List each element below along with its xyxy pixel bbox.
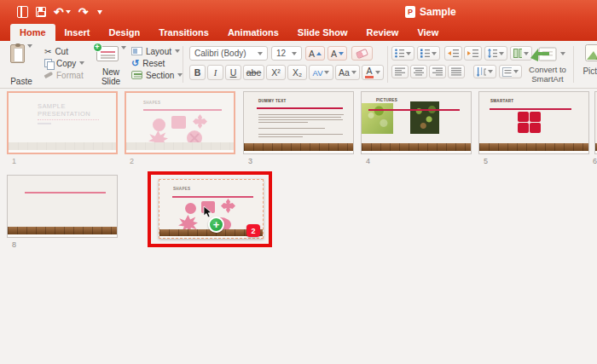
copy-icon xyxy=(44,59,53,68)
tab-home[interactable]: Home xyxy=(10,24,55,41)
smartart-icon xyxy=(530,44,558,63)
paste-dropdown-icon[interactable] xyxy=(27,44,32,48)
smartart-dropdown-icon[interactable] xyxy=(560,52,565,55)
eraser-icon xyxy=(356,48,368,58)
slide-thumbnail-1[interactable]: SAMPLE PRESENTATION xyxy=(7,91,118,154)
green-picture xyxy=(362,103,393,134)
decrease-indent-button[interactable] xyxy=(444,46,462,61)
tab-design[interactable]: Design xyxy=(100,24,150,41)
scissors-icon: ✂ xyxy=(44,47,51,56)
align-text-button[interactable] xyxy=(499,65,522,78)
document-title-text: Sample xyxy=(420,6,456,18)
bold-button[interactable]: B xyxy=(189,65,206,80)
slide-number-3: 3 xyxy=(248,157,252,165)
decrease-indent-icon xyxy=(448,49,459,58)
tab-animations[interactable]: Animations xyxy=(218,24,288,41)
drag-count-badge: 2 xyxy=(246,224,260,237)
new-presentation-icon[interactable] xyxy=(17,6,28,18)
slide-number-6: 6 xyxy=(593,157,597,165)
section-button[interactable]: Section xyxy=(131,70,183,80)
slide-1-title: SAMPLE PRESENTATION xyxy=(38,103,99,118)
toolbar-options-button[interactable] xyxy=(96,10,102,14)
copy-plus-badge: + xyxy=(208,217,224,233)
tab-slide-show[interactable]: Slide Show xyxy=(288,24,357,41)
paste-icon xyxy=(10,44,25,63)
powerpoint-window: { "titlebar": { "title": "Sample", "app_… xyxy=(0,0,597,364)
powerpoint-file-icon: P xyxy=(405,6,415,18)
subscript-button[interactable]: X₂ xyxy=(287,65,307,80)
align-center-icon xyxy=(414,67,424,76)
circle-shape xyxy=(153,118,165,131)
clear-formatting-button[interactable] xyxy=(351,46,373,61)
increase-indent-icon xyxy=(467,49,478,58)
change-case-button[interactable]: Aa xyxy=(335,65,360,80)
shrink-font-button[interactable]: A xyxy=(327,46,347,61)
window-header: ↶ ↷ P Sample Home Insert Design Transiti… xyxy=(0,0,597,41)
underline-button[interactable]: U xyxy=(225,65,241,80)
font-size-select[interactable]: 12 xyxy=(271,46,302,61)
cut-button[interactable]: ✂Cut xyxy=(44,46,84,56)
undo-dropdown-icon[interactable] xyxy=(66,10,71,14)
text-direction-button[interactable] xyxy=(473,65,496,78)
save-icon[interactable] xyxy=(36,7,46,17)
convert-to-smartart-button[interactable]: Convert to SmartArt xyxy=(522,44,573,84)
align-right-button[interactable] xyxy=(429,65,446,78)
slide-number-8: 8 xyxy=(12,240,16,249)
increase-indent-button[interactable] xyxy=(464,46,482,61)
format-brush-icon xyxy=(44,72,54,78)
slide-2-title: SHAPES xyxy=(143,101,160,105)
italic-button[interactable]: I xyxy=(207,65,223,80)
slide-thumbnail-8[interactable] xyxy=(7,175,118,238)
reset-button[interactable]: ↺Reset xyxy=(131,58,183,68)
numbering-button[interactable] xyxy=(417,46,440,61)
grow-font-button[interactable]: A xyxy=(305,46,325,61)
slide-thumbnail-2[interactable]: SHAPES xyxy=(125,91,235,154)
slide-thumbnail-3[interactable]: DUMMY TEXT xyxy=(243,91,354,154)
slide-number-1: 1 xyxy=(12,157,16,165)
new-slide-button[interactable]: + New Slide xyxy=(96,44,126,86)
section-icon xyxy=(131,71,142,79)
bullets-icon xyxy=(395,49,404,58)
redo-button[interactable]: ↷ xyxy=(78,6,89,18)
line-spacing-icon xyxy=(488,49,497,58)
line-spacing-button[interactable] xyxy=(484,46,507,61)
align-left-icon xyxy=(395,67,405,76)
new-slide-dropdown-icon[interactable] xyxy=(121,46,126,49)
reset-icon: ↺ xyxy=(131,58,139,69)
slide-4-title: PICTURES xyxy=(376,98,397,102)
picture-button[interactable]: Picture xyxy=(577,44,597,76)
copy-dropdown-icon[interactable] xyxy=(79,61,84,65)
bullets-button[interactable] xyxy=(391,46,414,61)
font-color-button[interactable]: A xyxy=(362,65,384,80)
slide-number-5: 5 xyxy=(484,157,488,165)
undo-button[interactable]: ↶ xyxy=(54,6,71,18)
tab-view[interactable]: View xyxy=(408,24,448,41)
align-right-icon xyxy=(432,67,443,76)
tab-transitions[interactable]: Transitions xyxy=(149,24,218,41)
align-left-button[interactable] xyxy=(391,65,409,78)
copy-button[interactable]: Copy xyxy=(44,58,84,68)
format-painter-button[interactable]: Format xyxy=(44,70,84,80)
slide-5-title: SMARTART xyxy=(490,99,513,103)
tab-review[interactable]: Review xyxy=(357,24,409,41)
justify-button[interactable] xyxy=(448,65,465,78)
square-shape xyxy=(171,116,186,129)
tab-insert[interactable]: Insert xyxy=(55,24,100,41)
new-slide-icon: + xyxy=(96,46,119,61)
ribbon-tabs: Home Insert Design Transitions Animation… xyxy=(10,24,448,41)
slide-thumbnail-4[interactable]: PICTURES xyxy=(361,91,472,154)
slide-thumbnail-5[interactable]: SMARTART xyxy=(478,91,589,154)
align-text-icon xyxy=(502,67,512,77)
font-family-select[interactable]: Calibri (Body) xyxy=(189,46,268,61)
layout-button[interactable]: Layout xyxy=(131,46,183,56)
superscript-button[interactable]: X² xyxy=(266,65,286,80)
paste-button[interactable]: Paste xyxy=(7,44,36,86)
slide-3-title: DUMMY TEXT xyxy=(258,99,287,103)
character-spacing-button[interactable]: AV xyxy=(309,65,333,80)
numbering-icon xyxy=(420,49,430,58)
quick-access-toolbar: ↶ ↷ xyxy=(17,4,110,20)
align-center-button[interactable] xyxy=(410,65,427,78)
slide-floor xyxy=(9,142,116,150)
font-color-swatch xyxy=(365,76,374,78)
strikethrough-button[interactable]: abe xyxy=(243,65,264,80)
